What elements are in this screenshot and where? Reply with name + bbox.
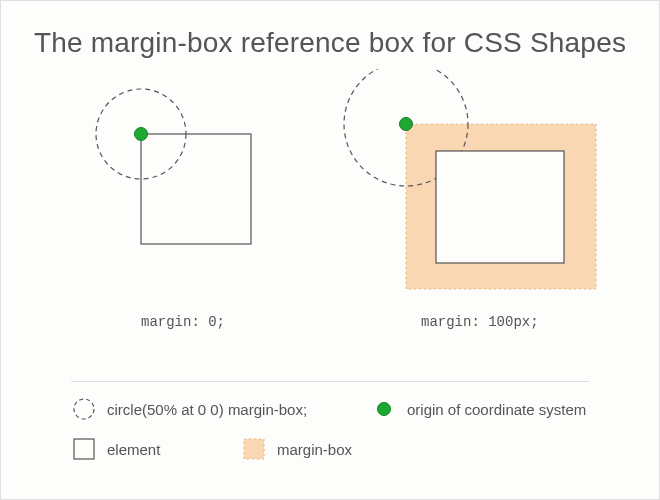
svg-rect-3 [244,439,264,459]
divider [71,381,589,382]
legend: circle(50% at 0 0) margin-box; origin of… [71,396,599,476]
legend-item-shape: circle(50% at 0 0) margin-box; [71,396,371,422]
legend-label: circle(50% at 0 0) margin-box; [107,401,307,418]
svg-point-1 [378,403,391,416]
marginbox-square-icon [241,436,267,462]
origin-dot-icon [400,118,413,131]
diagram-area: margin: 0; margin: 100px; [1,69,659,329]
svg-point-0 [74,399,94,419]
page-title: The margin-box reference box for CSS Sha… [1,27,659,59]
diagram-margin-zero [81,69,281,269]
diagram-margin-hundred [331,69,611,299]
legend-item-element: element [71,436,241,462]
origin-dot-icon [371,396,397,422]
caption-margin-zero: margin: 0; [141,314,225,330]
legend-label: margin-box [277,441,352,458]
element-box [141,134,251,244]
origin-dot-icon [135,128,148,141]
element-box [436,151,564,263]
legend-label: origin of coordinate system [407,401,586,418]
element-square-icon [71,436,97,462]
legend-item-marginbox: margin-box [241,436,352,462]
legend-item-origin: origin of coordinate system [371,396,586,422]
caption-margin-hundred: margin: 100px; [421,314,539,330]
svg-rect-2 [74,439,94,459]
dashed-circle-icon [71,396,97,422]
legend-label: element [107,441,160,458]
